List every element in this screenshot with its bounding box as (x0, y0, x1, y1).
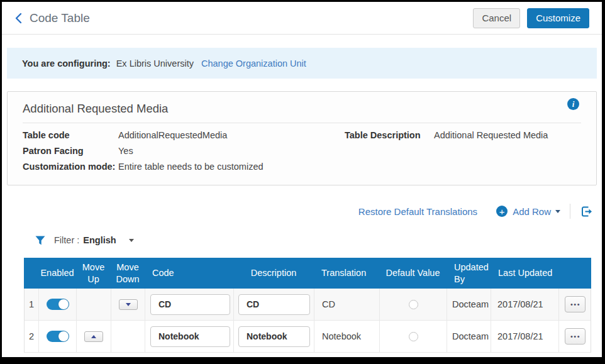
move-up-cell (76, 289, 111, 321)
add-row-button[interactable]: Add Row (513, 206, 551, 217)
filter-label: Filter : (54, 235, 79, 245)
code-input[interactable] (150, 294, 230, 315)
updated-by-value: Docteam (447, 289, 491, 321)
field-label: Table Description (345, 130, 430, 140)
panel-title: Additional Requested Media (23, 92, 581, 123)
filter-value[interactable]: English (83, 235, 116, 245)
col-updated-by: Updated By (447, 258, 491, 289)
table-actions-row: Restore Default Translations + Add Row (7, 203, 593, 219)
move-down-cell (111, 321, 145, 353)
info-icon[interactable]: i (567, 98, 579, 110)
field-value: AdditionalRequestedMedia (118, 130, 227, 140)
arrow-up-icon (91, 335, 96, 338)
col-code: Code (145, 258, 233, 289)
default-value-radio[interactable] (409, 332, 418, 341)
restore-default-translations-link[interactable]: Restore Default Translations (358, 206, 477, 217)
add-row-caret-icon[interactable] (555, 210, 560, 213)
row-number: 1 (24, 289, 38, 321)
configuring-label: You are configuring: (22, 58, 111, 69)
move-down-button[interactable] (119, 299, 138, 310)
panel-body: Table code AdditionalRequestedMedia Patr… (8, 123, 596, 172)
translation-value: CD (314, 289, 379, 321)
code-table: Enabled Move Up Move Down Code Descripti… (24, 258, 591, 353)
table-header-row: Enabled Move Up Move Down Code Descripti… (24, 258, 591, 289)
configuring-banner: You are configuring: Ex Libris Universit… (7, 48, 597, 79)
plus-icon[interactable]: + (496, 206, 508, 217)
field-patron-facing: Patron Facing Yes (23, 146, 581, 156)
translation-value: Notebook (314, 321, 379, 353)
col-last-updated: Last Updated (491, 258, 558, 289)
col-actions (558, 258, 591, 289)
row-actions-button[interactable]: ••• (565, 296, 586, 312)
divider (570, 204, 570, 219)
updated-by-value: Docteam (447, 321, 491, 353)
code-table-section: Filter : English Enabled Move Up Move Do… (24, 228, 591, 353)
page-title: Code Table (30, 11, 90, 25)
field-value: Yes (118, 146, 133, 156)
field-value: Additional Requested Media (434, 130, 548, 140)
toggle-knob (58, 331, 69, 341)
field-value: Entire table needs to be customized (118, 162, 264, 172)
customize-button[interactable]: Customize (527, 8, 589, 28)
table-row: 2 Notebook Docteam 2017/08/21 ••• (24, 321, 591, 353)
table-row: 1 CD Docteam 2017/08/21 ••• (24, 289, 591, 321)
toggle-knob (58, 299, 69, 309)
description-input[interactable] (238, 294, 310, 315)
app-window: Code Table Cancel Customize You are conf… (2, 2, 602, 357)
code-input[interactable] (150, 326, 230, 347)
col-translation: Translation (314, 258, 379, 289)
last-updated-value: 2017/08/21 (491, 321, 558, 353)
description-input[interactable] (238, 326, 310, 347)
col-description: Description (233, 258, 314, 289)
default-value-radio[interactable] (409, 300, 418, 309)
export-icon[interactable] (580, 205, 593, 218)
organization-name: Ex Libris University (116, 58, 194, 69)
last-updated-value: 2017/08/21 (491, 289, 558, 321)
col-default-value: Default Value (379, 258, 447, 289)
top-bar: Code Table Cancel Customize (2, 2, 602, 35)
col-move-down: Move Down (111, 258, 145, 289)
cancel-button[interactable]: Cancel (473, 8, 520, 28)
enabled-toggle[interactable] (47, 299, 69, 310)
filter-caret-icon[interactable] (129, 239, 134, 242)
enabled-toggle[interactable] (47, 331, 69, 342)
col-enabled: Enabled (38, 258, 76, 289)
field-label: Customization mode: (23, 162, 114, 172)
row-number: 2 (24, 321, 38, 353)
field-label: Patron Facing (23, 146, 114, 156)
chevron-left-icon (14, 13, 23, 24)
table-details-panel: Additional Requested Media i Table code … (7, 91, 597, 185)
change-organization-link[interactable]: Change Organization Unit (201, 58, 306, 69)
filter-bar: Filter : English (24, 228, 591, 253)
field-customization-mode: Customization mode: Entire table needs t… (23, 162, 581, 172)
back-button[interactable] (12, 12, 25, 25)
arrow-down-icon (126, 303, 131, 306)
move-up-button[interactable] (84, 331, 103, 342)
col-number (24, 258, 38, 289)
field-table-description: Table Description Additional Requested M… (345, 130, 548, 140)
filter-icon[interactable] (35, 236, 45, 245)
col-move-up: Move Up (76, 258, 111, 289)
row-actions-button[interactable]: ••• (565, 328, 586, 345)
field-label: Table code (23, 130, 114, 140)
